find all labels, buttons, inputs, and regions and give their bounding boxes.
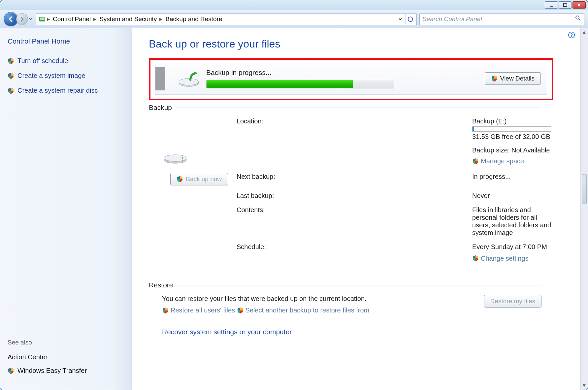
restore-section-header: Restore	[149, 281, 541, 289]
restore-body: You can restore your files that were bac…	[162, 295, 541, 319]
contents-label: Contents:	[237, 206, 464, 214]
disk-usage-bar	[472, 126, 551, 132]
location-name: Backup (E:)	[472, 117, 555, 125]
sidebar: Control Panel Home Turn off schedule Cre…	[0, 28, 132, 390]
backup-drive-icon	[177, 69, 200, 88]
panel-accent-bar	[155, 67, 165, 90]
shield-icon	[8, 368, 14, 374]
schedule-label: Schedule:	[237, 243, 464, 251]
close-button[interactable]	[572, 1, 586, 9]
last-backup-value: Never	[472, 192, 555, 200]
scrollbar-track[interactable]	[581, 35, 588, 382]
sidebar-create-system-image[interactable]: Create a system image	[8, 72, 125, 80]
shield-icon	[491, 75, 498, 82]
link-label: Select another backup to restore files f…	[245, 307, 370, 314]
shield-icon	[472, 255, 479, 262]
scrollbar-thumb[interactable]	[582, 174, 587, 204]
recover-system-settings-link[interactable]: Recover system settings or your computer	[162, 328, 292, 336]
svg-point-12	[182, 157, 183, 159]
back-up-now-button[interactable]: Back up now	[170, 173, 228, 185]
button-label: Restore my files	[490, 298, 535, 305]
address-dropdown[interactable]	[395, 14, 405, 24]
location-label: Location:	[237, 117, 464, 125]
button-label: View Details	[500, 75, 535, 82]
restore-description: You can restore your files that were bac…	[162, 295, 471, 303]
breadcrumb-separator-icon: ▸	[159, 15, 163, 23]
scroll-up-arrow-icon[interactable]: ▲	[581, 29, 587, 35]
backup-info-grid: Location: Backup (E:) 31.53 GB free of 3…	[162, 117, 555, 270]
backup-section-header: Backup	[149, 104, 541, 112]
backup-progress-panel: Backup in progress... View Details	[155, 63, 547, 95]
shield-icon	[8, 58, 14, 64]
breadcrumb-root[interactable]: Control Panel	[51, 16, 93, 23]
address-bar[interactable]: ▸ Control Panel ▸ System and Security ▸ …	[36, 13, 417, 25]
see-also-heading: See also	[8, 339, 125, 346]
breadcrumb-level1[interactable]: System and Security	[97, 16, 159, 23]
sidebar-item-label: Turn off schedule	[17, 57, 68, 65]
next-backup-label: Next backup:	[237, 173, 464, 180]
sidebar-create-repair-disc[interactable]: Create a system repair disc	[8, 87, 125, 94]
svg-rect-6	[40, 17, 45, 20]
see-also-label: Action Center	[8, 353, 48, 361]
location-value-block: Backup (E:) 31.53 GB free of 32.00 GB Ba…	[472, 117, 555, 166]
svg-rect-4	[564, 3, 567, 7]
sidebar-item-label: Create a system image	[17, 72, 85, 80]
shield-icon	[162, 307, 169, 314]
minimize-button[interactable]	[545, 1, 558, 9]
section-divider	[176, 108, 541, 108]
sidebar-item-label: Create a system repair disc	[17, 87, 98, 94]
search-icon[interactable]	[575, 15, 581, 23]
scroll-down-arrow-icon[interactable]: ▼	[581, 382, 587, 388]
see-also-action-center[interactable]: Action Center	[8, 353, 125, 361]
vertical-scrollbar[interactable]: ▲ ▼	[580, 28, 588, 390]
button-label: Back up now	[186, 176, 222, 183]
contents-value: Files in libraries and personal folders …	[472, 206, 555, 237]
backup-size-text: Backup size: Not Available	[472, 146, 555, 154]
window-frame: ▸ Control Panel ▸ System and Security ▸ …	[0, 0, 588, 390]
shield-icon	[472, 158, 479, 165]
progress-label: Backup in progress...	[206, 69, 485, 77]
section-divider	[177, 285, 541, 285]
sidebar-turn-off-schedule[interactable]: Turn off schedule	[8, 57, 125, 65]
hard-drive-icon	[162, 159, 188, 166]
control-panel-icon	[38, 15, 46, 23]
svg-rect-3	[550, 6, 553, 7]
svg-point-7	[576, 16, 579, 19]
schedule-value-block: Every Sunday at 7:00 PM Change settings	[472, 243, 555, 264]
navigation-bar: ▸ Control Panel ▸ System and Security ▸ …	[0, 10, 588, 28]
see-also-label: Windows Easy Transfer	[17, 367, 87, 374]
select-another-backup-link[interactable]: Select another backup to restore files f…	[237, 307, 370, 314]
restore-all-users-link[interactable]: Restore all users' files	[162, 307, 235, 314]
page-title: Back up or restore your files	[149, 38, 577, 50]
restore-my-files-button[interactable]: Restore my files	[484, 295, 541, 308]
breadcrumb-separator-icon: ▸	[46, 15, 51, 23]
annotation-highlight: Backup in progress... View Details	[149, 58, 553, 100]
manage-space-link[interactable]: Manage space	[472, 157, 524, 165]
change-settings-link[interactable]: Change settings	[472, 255, 529, 262]
maximize-button[interactable]	[559, 1, 572, 9]
disk-usage-fill	[473, 127, 474, 131]
forward-button[interactable]	[16, 13, 28, 25]
last-backup-label: Last backup:	[237, 192, 464, 200]
link-label: Manage space	[481, 157, 524, 165]
schedule-value: Every Sunday at 7:00 PM	[472, 243, 555, 251]
search-box[interactable]	[419, 13, 584, 25]
backup-progress-bar	[206, 80, 394, 88]
breadcrumb-level2[interactable]: Backup and Restore	[163, 16, 224, 23]
free-space-text: 31.53 GB free of 32.00 GB	[472, 133, 555, 141]
svg-point-9	[179, 79, 199, 85]
view-details-button[interactable]: View Details	[485, 72, 541, 85]
shield-icon	[8, 87, 14, 94]
refresh-button[interactable]	[405, 14, 415, 24]
shield-icon	[237, 307, 244, 314]
backup-progress-fill	[207, 80, 353, 88]
shield-icon	[8, 73, 14, 79]
breadcrumb-separator-icon: ▸	[93, 15, 97, 23]
content-area: Back up or restore your files Back	[132, 28, 580, 390]
history-dropdown[interactable]	[29, 16, 33, 22]
search-input[interactable]	[422, 16, 575, 23]
titlebar	[0, 0, 588, 10]
control-panel-home-link[interactable]: Control Panel Home	[8, 37, 125, 45]
see-also-windows-easy-transfer[interactable]: Windows Easy Transfer	[8, 367, 125, 374]
help-icon[interactable]	[568, 31, 575, 39]
